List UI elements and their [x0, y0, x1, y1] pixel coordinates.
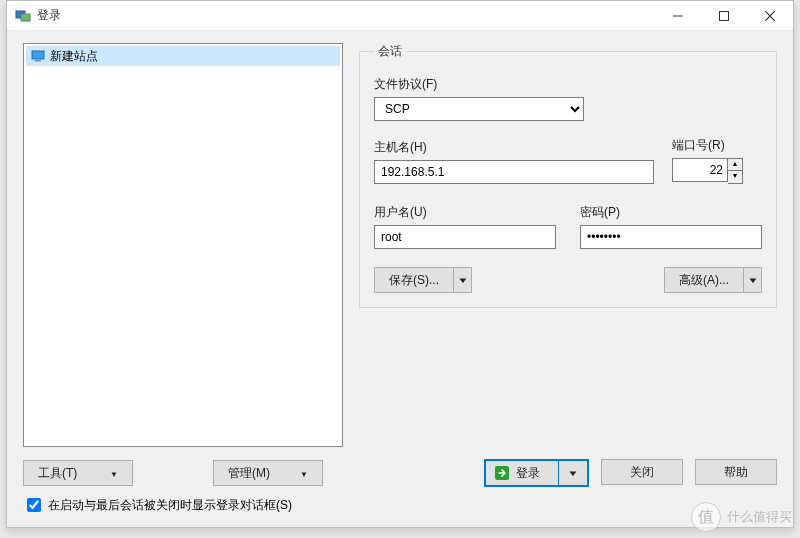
app-icon: [15, 8, 31, 24]
close-window-button[interactable]: [747, 1, 793, 31]
login-icon: [494, 465, 510, 481]
user-input[interactable]: [374, 225, 556, 249]
close-button[interactable]: 关闭: [601, 459, 683, 485]
port-spinner[interactable]: ▲ ▼: [672, 158, 762, 184]
port-label: 端口号(R): [672, 137, 762, 154]
site-item-label: 新建站点: [50, 48, 98, 65]
save-button[interactable]: 保存(S)...: [374, 267, 454, 293]
site-item-new[interactable]: 新建站点: [26, 46, 340, 66]
chevron-down-icon: [110, 466, 118, 480]
port-spin-up[interactable]: ▲: [728, 159, 742, 171]
titlebar: 登录: [7, 1, 793, 31]
login-split-button[interactable]: 登录: [484, 459, 589, 487]
protocol-select[interactable]: SCP: [374, 97, 584, 121]
save-dropdown[interactable]: [454, 267, 472, 293]
save-split-button[interactable]: 保存(S)...: [374, 267, 472, 293]
help-button[interactable]: 帮助: [695, 459, 777, 485]
advanced-button[interactable]: 高级(A)...: [664, 267, 744, 293]
show-on-startup-checkbox[interactable]: [27, 498, 41, 512]
user-label: 用户名(U): [374, 204, 556, 221]
host-input[interactable]: [374, 160, 654, 184]
content-area: 新建站点 会话 文件协议(F) SCP 主机名(H): [7, 31, 793, 527]
svg-rect-7: [35, 60, 41, 62]
login-dropdown[interactable]: [558, 460, 588, 486]
tools-button[interactable]: 工具(T): [23, 460, 133, 486]
advanced-dropdown[interactable]: [744, 267, 762, 293]
sites-list[interactable]: 新建站点: [23, 43, 343, 447]
svg-rect-3: [720, 11, 729, 20]
monitor-icon: [30, 48, 46, 64]
login-button[interactable]: 登录: [485, 460, 558, 486]
show-on-startup-label: 在启动与最后会话被关闭时显示登录对话框(S): [48, 497, 292, 514]
session-group: 会话 文件协议(F) SCP 主机名(H) 端口号(R): [359, 43, 777, 308]
pass-input[interactable]: [580, 225, 762, 249]
window-title: 登录: [37, 7, 61, 24]
chevron-down-icon: [300, 466, 308, 480]
port-input[interactable]: [672, 158, 728, 182]
minimize-button[interactable]: [655, 1, 701, 31]
host-label: 主机名(H): [374, 139, 654, 156]
svg-rect-6: [32, 51, 44, 59]
login-dialog: 登录: [6, 0, 794, 528]
pass-label: 密码(P): [580, 204, 762, 221]
port-spin-down[interactable]: ▼: [728, 171, 742, 183]
maximize-button[interactable]: [701, 1, 747, 31]
svg-rect-1: [21, 14, 30, 21]
protocol-label: 文件协议(F): [374, 76, 762, 93]
manage-button[interactable]: 管理(M): [213, 460, 323, 486]
advanced-split-button[interactable]: 高级(A)...: [664, 267, 762, 293]
session-legend: 会话: [374, 43, 406, 60]
